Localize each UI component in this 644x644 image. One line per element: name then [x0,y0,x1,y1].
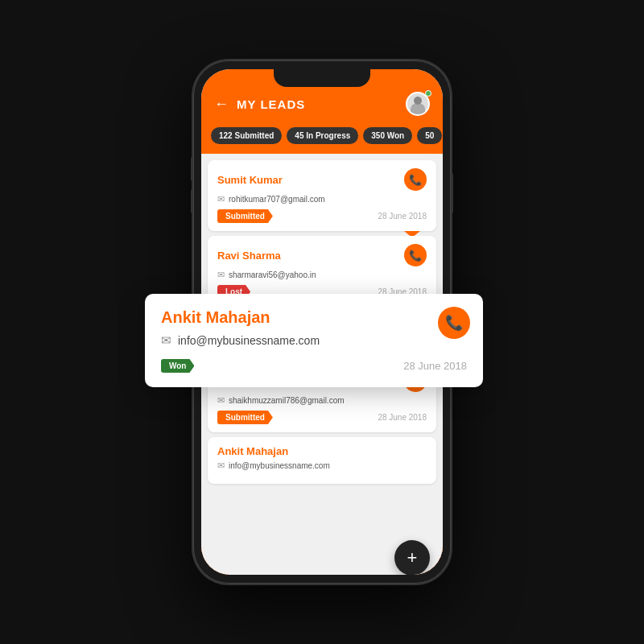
volume-up-button[interactable] [191,157,193,181]
expanded-email-row: ✉ info@mybusinessname.com [161,333,467,348]
expanded-phone-icon: 📞 [445,314,463,332]
expanded-email-icon: ✉ [161,333,171,348]
plus-icon: + [407,549,418,567]
volume-down-button[interactable] [191,189,193,213]
filter-inprogress[interactable]: 45 In Progress [287,127,358,144]
filter-won[interactable]: 350 Won [363,127,412,144]
lead-card-4[interactable]: Ankit Mahajan ✉ info@mybusinessname.com [208,437,436,484]
phone-frame: ← MY LEADS 122 Submitted 45 In Progress … [193,60,451,584]
lead-email-row-4: ✉ info@mybusinessname.com [217,460,427,471]
lead-header-1: Ravi Sharma 📞 [217,244,427,266]
lead-header-0: Sumit Kumar 📞 [217,168,427,191]
lead-date-3: 28 June 2018 [378,413,427,422]
lead-email-row-3: ✉ shaikhmuzzamil786@gmail.com [217,395,427,406]
call-button-1[interactable]: 📞 [404,244,427,266]
lead-email-4: info@mybusinessname.com [229,461,330,470]
filter-bar: 122 Submitted 45 In Progress 350 Won 50 [201,124,443,154]
lead-name-1: Ravi Sharma [217,250,281,262]
phone-icon-1: 📞 [409,250,422,262]
lead-email-row-0: ✉ rohitkumar707@gmail.com [217,194,427,204]
email-icon-1: ✉ [217,270,225,280]
lead-email-0: rohitkumar707@gmail.com [229,195,325,204]
notification-badge [425,90,431,97]
lead-card-0[interactable]: Sumit Kumar 📞 ✉ rohitkumar707@gmail.com … [208,160,436,231]
lead-name-0: Sumit Kumar [217,174,283,186]
expanded-status-badge: Won [161,359,194,373]
lead-email-1: sharmaravi56@yahoo.in [229,270,316,279]
lead-date-0: 28 June 2018 [378,212,427,221]
status-badge-0: Submitted [217,209,273,223]
call-button-0[interactable]: 📞 [404,168,427,191]
power-button[interactable] [451,173,453,213]
phone-icon-0: 📞 [409,174,422,186]
lead-footer-0: Submitted 28 June 2018 [217,209,427,223]
expanded-lead-name: Ankit Mahajan [161,308,467,327]
expanded-lead-card[interactable]: 📞 Ankit Mahajan ✉ info@mybusinessname.co… [145,294,483,387]
page-title: MY LEADS [237,97,398,111]
lead-email-3: shaikhmuzzamil786@gmail.com [229,396,345,405]
expanded-footer: Won 28 June 2018 [161,359,467,373]
back-button[interactable]: ← [214,96,229,113]
filter-other[interactable]: 50 [417,127,442,144]
filter-submitted[interactable]: 122 Submitted [211,127,282,144]
expanded-email: info@mybusinessname.com [178,334,320,347]
email-icon-0: ✉ [217,194,225,204]
add-lead-button[interactable]: + [394,540,430,575]
notch [274,69,370,87]
expanded-call-button[interactable]: 📞 [438,307,470,339]
avatar-container [406,92,430,116]
lead-email-row-1: ✉ sharmaravi56@yahoo.in [217,270,427,280]
expanded-date: 28 June 2018 [403,360,467,372]
status-badge-3: Submitted [217,411,273,424]
lead-header-4: Ankit Mahajan [217,445,427,457]
email-icon-4: ✉ [217,460,225,471]
lead-name-4: Ankit Mahajan [217,445,288,457]
email-icon-3: ✉ [217,395,225,406]
lead-footer-3: Submitted 28 June 2018 [217,411,427,424]
